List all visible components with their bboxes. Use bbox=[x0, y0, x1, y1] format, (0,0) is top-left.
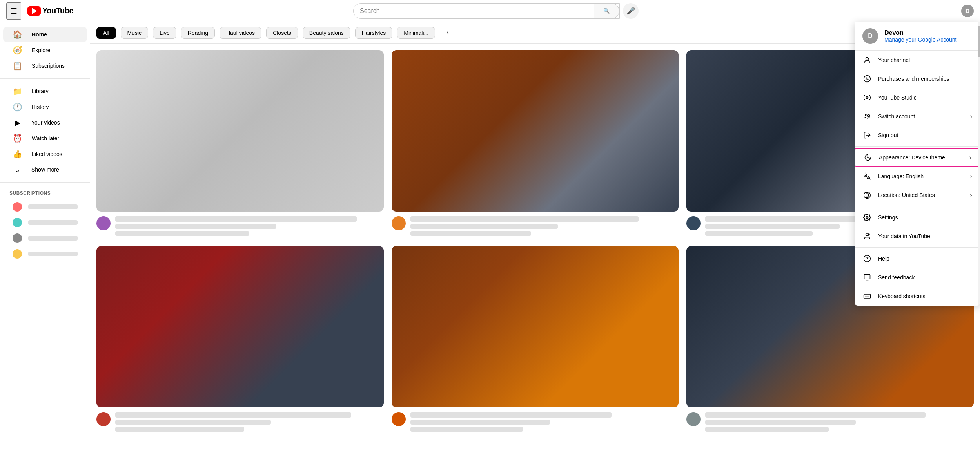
yt-studio-label: YouTube Studio bbox=[878, 94, 972, 101]
subscription-item-1[interactable] bbox=[3, 199, 87, 215]
location-arrow: › bbox=[970, 191, 972, 199]
sidebar-item-explore[interactable]: 🧭 Explore bbox=[3, 42, 87, 58]
dropdown-item-purchases[interactable]: $ Purchases and memberships bbox=[855, 69, 980, 88]
filter-chip-minimali[interactable]: Minimali... bbox=[397, 27, 435, 39]
svg-point-0 bbox=[866, 57, 869, 60]
filter-chip-music[interactable]: Music bbox=[121, 27, 149, 39]
dropdown-item-yt-studio[interactable]: YouTube Studio bbox=[855, 88, 980, 107]
your-data-label: Your data in YouTube bbox=[878, 233, 972, 239]
video-meta-1 bbox=[115, 216, 384, 238]
keyboard-shortcuts-icon bbox=[862, 292, 872, 300]
video-channel-6 bbox=[705, 420, 855, 425]
video-info-6 bbox=[686, 412, 974, 434]
search-button[interactable]: 🔍 bbox=[594, 3, 619, 19]
video-channel-3 bbox=[705, 224, 839, 229]
subscriptions-icon: 📋 bbox=[13, 61, 22, 71]
user-avatar-button[interactable]: D bbox=[961, 5, 974, 17]
dropdown-divider-1 bbox=[855, 146, 980, 147]
video-stats-3 bbox=[705, 231, 813, 236]
filter-chip-hairstyles[interactable]: Hairstyles bbox=[355, 27, 392, 39]
user-dropdown-menu: D Devon Manage your Google Account Your … bbox=[855, 22, 980, 306]
language-label: Language: English bbox=[878, 173, 964, 179]
video-stats-6 bbox=[705, 427, 829, 432]
location-icon bbox=[862, 191, 872, 199]
dropdown-item-appearance[interactable]: Appearance: Device theme › bbox=[855, 148, 980, 167]
svg-rect-13 bbox=[864, 275, 870, 279]
help-icon bbox=[862, 255, 872, 262]
channel-avatar-2 bbox=[392, 216, 406, 230]
filter-chip-haul[interactable]: Haul videos bbox=[220, 27, 261, 39]
subscription-item-4[interactable] bbox=[3, 246, 87, 262]
sub-name-4 bbox=[28, 252, 78, 256]
dropdown-item-location[interactable]: Location: United States › bbox=[855, 186, 980, 204]
video-meta-6 bbox=[705, 412, 974, 434]
sidebar-item-your-videos[interactable]: ▶ Your videos bbox=[3, 115, 87, 130]
dropdown-item-your-channel[interactable]: Your channel bbox=[855, 51, 980, 69]
scrollbar-thumb bbox=[978, 26, 980, 57]
sidebar-item-history[interactable]: 🕐 History bbox=[3, 99, 87, 115]
video-stats-4 bbox=[115, 427, 244, 432]
channel-avatar-6 bbox=[686, 412, 701, 426]
dropdown-header: D Devon Manage your Google Account bbox=[855, 22, 980, 51]
header: ☰ YouTube 🔍 🎤 D bbox=[0, 0, 980, 22]
show-more-icon: ⌄ bbox=[13, 165, 22, 174]
sidebar-item-home[interactable]: 🏠 Home bbox=[3, 27, 87, 42]
sidebar-divider-2 bbox=[0, 182, 90, 183]
dropdown-item-language[interactable]: Language: English › bbox=[855, 167, 980, 186]
filter-chip-closets[interactable]: Closets bbox=[266, 27, 298, 39]
subscription-item-3[interactable] bbox=[3, 230, 87, 246]
dropdown-item-switch-account[interactable]: Switch account › bbox=[855, 107, 980, 126]
settings-icon bbox=[862, 214, 872, 221]
dropdown-item-help[interactable]: Help bbox=[855, 249, 980, 268]
search-input[interactable] bbox=[354, 7, 594, 14]
video-thumbnail-2 bbox=[392, 50, 679, 212]
filter-chip-live[interactable]: Live bbox=[153, 27, 176, 39]
yt-icon bbox=[27, 6, 41, 16]
dropdown-item-sign-out[interactable]: Sign out bbox=[855, 126, 980, 145]
video-stats-1 bbox=[115, 231, 249, 236]
svg-point-9 bbox=[866, 217, 868, 219]
video-meta-4 bbox=[115, 412, 384, 434]
sub-avatar-1 bbox=[13, 202, 22, 212]
dropdown-item-send-feedback[interactable]: Send feedback bbox=[855, 268, 980, 287]
channel-avatar-3 bbox=[686, 216, 701, 230]
help-label: Help bbox=[878, 255, 972, 262]
send-feedback-icon bbox=[862, 273, 872, 281]
hamburger-button[interactable]: ☰ bbox=[6, 2, 21, 20]
filter-chip-all[interactable]: All bbox=[96, 27, 116, 39]
video-card-2[interactable] bbox=[392, 50, 679, 238]
sidebar-item-home-label: Home bbox=[32, 31, 47, 38]
video-card-4[interactable] bbox=[96, 246, 384, 434]
sidebar-item-library[interactable]: 📁 Library bbox=[3, 83, 87, 99]
sign-out-icon bbox=[862, 131, 872, 139]
manage-account-link[interactable]: Manage your Google Account bbox=[884, 36, 956, 43]
channel-avatar-4 bbox=[96, 412, 111, 426]
dropdown-user-info: Devon Manage your Google Account bbox=[884, 29, 956, 43]
filter-next-button[interactable]: › bbox=[440, 25, 456, 41]
filter-chip-beauty[interactable]: Beauty salons bbox=[303, 27, 350, 39]
sidebar-item-show-more[interactable]: ⌄ Show more bbox=[3, 162, 87, 177]
your-data-icon bbox=[862, 232, 872, 240]
video-card-5[interactable] bbox=[392, 246, 679, 434]
dropdown-item-settings[interactable]: Settings bbox=[855, 208, 980, 227]
video-title-4 bbox=[115, 412, 351, 418]
youtube-logo[interactable]: YouTube bbox=[27, 6, 73, 16]
svg-point-3 bbox=[866, 97, 868, 99]
sidebar-item-liked-videos[interactable]: 👍 Liked videos bbox=[3, 146, 87, 162]
sidebar-item-subscriptions[interactable]: 📋 Subscriptions bbox=[3, 58, 87, 74]
video-grid bbox=[90, 44, 980, 440]
dropdown-item-your-data[interactable]: Your data in YouTube bbox=[855, 227, 980, 246]
filter-bar: All Music Live Reading Haul videos Close… bbox=[90, 22, 980, 44]
sidebar-item-your-videos-label: Your videos bbox=[31, 119, 60, 126]
sidebar-item-watch-later[interactable]: ⏰ Watch later bbox=[3, 130, 87, 146]
video-meta-2 bbox=[410, 216, 679, 238]
filter-chip-reading[interactable]: Reading bbox=[181, 27, 215, 39]
subscription-item-2[interactable] bbox=[3, 215, 87, 230]
youtube-wordmark: YouTube bbox=[42, 6, 73, 15]
mic-icon: 🎤 bbox=[626, 7, 635, 15]
video-card-1[interactable] bbox=[96, 50, 384, 238]
sub-name-2 bbox=[28, 220, 78, 225]
mic-button[interactable]: 🎤 bbox=[623, 3, 639, 19]
video-channel-5 bbox=[410, 420, 550, 425]
dropdown-item-keyboard-shortcuts[interactable]: Keyboard shortcuts bbox=[855, 287, 980, 306]
